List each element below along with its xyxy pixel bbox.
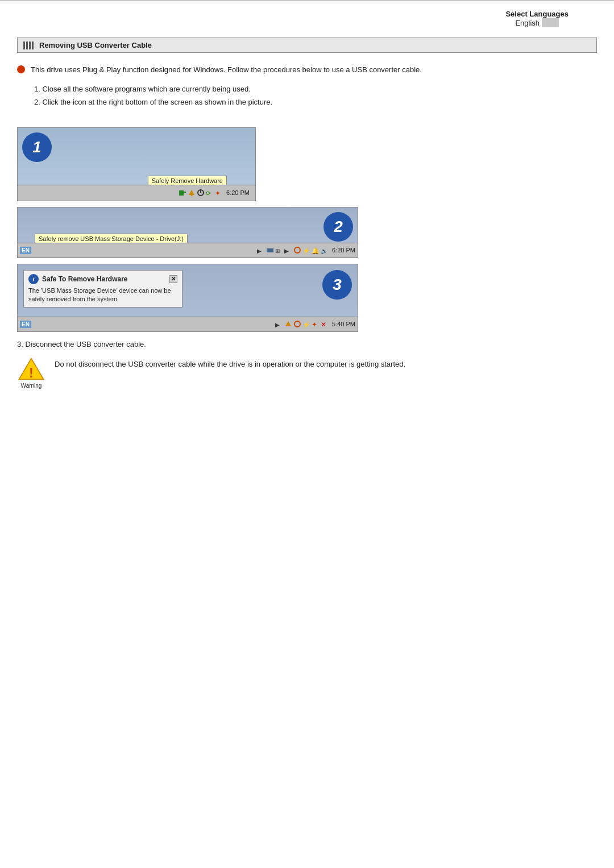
tray-area-1: ⟳ ✦ 6:20 PM xyxy=(179,189,252,197)
header: Select Languages English xyxy=(0,5,614,32)
svg-point-12 xyxy=(294,247,300,253)
tray-icon-tri2: ▶ xyxy=(284,246,292,254)
screenshot1-container: 1 Safely Remove Hardware ⟳ ✦ 6:20 PM xyxy=(17,127,597,201)
safe-remove-popup: i Safe To Remove Hardware ✕ The 'USB Mas… xyxy=(23,270,182,308)
svg-text:⊞: ⊞ xyxy=(275,248,280,254)
tray-icon-circ2 xyxy=(293,246,301,254)
svg-text:✦: ✦ xyxy=(215,189,221,197)
svg-rect-9 xyxy=(267,248,273,252)
taskbar3: EN ▶ ⚡ ✦ ✕ 5:40 PM xyxy=(18,317,358,331)
tray-icon-star3: ✦ xyxy=(312,320,320,328)
intro-text: This drive uses Plug & Play function des… xyxy=(31,64,422,76)
tray-icon-arrow2: ▶ xyxy=(257,246,265,254)
svg-rect-0 xyxy=(179,190,184,196)
tray-icon-usb xyxy=(179,189,186,197)
tray-icon-arrows: ⟳ xyxy=(206,189,214,197)
main-content: This drive uses Plug & Play function des… xyxy=(0,59,614,122)
tray-icon-arr3: ▶ xyxy=(275,320,283,328)
screenshot3: 3 i Safe To Remove Hardware ✕ The 'USB M… xyxy=(17,264,358,332)
tray-icon-circ3 xyxy=(293,320,301,328)
svg-text:⟳: ⟳ xyxy=(206,190,211,197)
svg-rect-1 xyxy=(184,192,186,193)
svg-text:▶: ▶ xyxy=(257,248,262,254)
step-2-text: 2. Click the icon at the right bottom of… xyxy=(34,97,597,108)
step-circle-2: 2 xyxy=(323,212,353,242)
svg-marker-2 xyxy=(189,190,194,195)
svg-text:✦: ✦ xyxy=(312,321,317,328)
section-header-bars xyxy=(23,41,34,49)
tray-time-3: 5:40 PM xyxy=(332,321,355,327)
warning-box: ! Warning Do not disconnect the USB conv… xyxy=(17,356,597,389)
safe-remove-body-text: The 'USB Mass Storage Device' device can… xyxy=(28,286,177,304)
svg-point-18 xyxy=(294,321,300,327)
safe-remove-info-icon: i xyxy=(28,274,39,284)
safe-remove-title-row: i Safe To Remove Hardware ✕ xyxy=(28,274,177,284)
header-bar-2 xyxy=(26,41,28,49)
tray-icon-star: ✦ xyxy=(215,189,223,197)
step-number-3: 3 xyxy=(333,276,342,294)
step-1-text: 1. Close all the software programs which… xyxy=(34,84,597,95)
svg-text:⚡: ⚡ xyxy=(302,321,310,328)
language-value: English xyxy=(515,19,540,27)
safe-remove-title-text: Safe To Remove Hardware xyxy=(42,275,128,283)
popup2-text: Safely remove USB Mass Storage Device - … xyxy=(39,235,184,242)
warning-triangle-icon: ! xyxy=(17,356,45,381)
svg-rect-3 xyxy=(191,195,193,196)
tray-area-3: ▶ ⚡ ✦ ✕ 5:40 PM xyxy=(275,320,358,328)
tray-icon-bell xyxy=(188,189,196,197)
language-dropdown[interactable] xyxy=(542,18,559,27)
en-flag-3: EN xyxy=(20,321,31,328)
top-border xyxy=(0,0,614,1)
steps-list: 1. Close all the software programs which… xyxy=(34,84,597,108)
taskbar2: EN ▶ ⊞ ▶ ⚡ 🔔 🔊 6:20 PM xyxy=(18,243,358,258)
svg-text:🔔: 🔔 xyxy=(312,247,320,254)
tray-icon-grid2: ⊞ xyxy=(275,246,283,254)
svg-text:!: ! xyxy=(29,366,34,380)
screenshot2: 2 Safely remove USB Mass Storage Device … xyxy=(17,207,358,258)
svg-text:▶: ▶ xyxy=(275,322,280,328)
intro-row: This drive uses Plug & Play function des… xyxy=(17,64,597,76)
bullet-circle xyxy=(17,65,25,73)
tray-icon-pow2: ⚡ xyxy=(302,246,310,254)
svg-marker-17 xyxy=(285,321,291,326)
warning-icon-container: ! Warning xyxy=(17,356,45,389)
screenshot3-container: 3 i Safe To Remove Hardware ✕ The 'USB M… xyxy=(17,264,597,332)
warning-text: Do not disconnect the USB converter cabl… xyxy=(55,356,405,370)
step3-text: 3. Disconnect the USB converter cable. xyxy=(17,340,597,348)
screenshot2-container: 2 Safely remove USB Mass Storage Device … xyxy=(17,207,597,258)
step-circle-1: 1 xyxy=(22,132,52,162)
svg-text:⚡: ⚡ xyxy=(302,247,310,254)
section-title: Removing USB Converter Cable xyxy=(39,41,152,49)
svg-text:▶: ▶ xyxy=(284,248,289,254)
step-number-1: 1 xyxy=(32,138,42,156)
screenshot1: 1 Safely Remove Hardware ⟳ ✦ 6:20 PM xyxy=(17,127,256,201)
popup1-text: Safely Remove Hardware xyxy=(152,177,223,184)
tray-time-2: 6:20 PM xyxy=(332,247,355,254)
tray-icon-bar2 xyxy=(266,246,274,254)
select-languages-label: Select Languages xyxy=(505,10,569,18)
step3-label: 3. Disconnect the USB converter cable. xyxy=(17,340,146,348)
tray-icon-pow3: ⚡ xyxy=(302,320,310,328)
tray-area-2: ▶ ⊞ ▶ ⚡ 🔔 🔊 6:20 PM xyxy=(257,246,358,254)
tray-icon-bell3 xyxy=(284,320,292,328)
step-number-2: 2 xyxy=(334,218,343,236)
safe-remove-close-button[interactable]: ✕ xyxy=(169,275,177,283)
taskbar1: ⟳ ✦ 6:20 PM xyxy=(18,185,255,201)
svg-text:✕: ✕ xyxy=(321,321,326,328)
svg-rect-5 xyxy=(200,190,201,193)
header-bar-1 xyxy=(23,41,25,49)
svg-text:🔊: 🔊 xyxy=(321,247,328,254)
en-flag: EN xyxy=(20,247,31,254)
header-bar-4 xyxy=(32,41,34,49)
header-bar-3 xyxy=(29,41,31,49)
tray-icon-vol2: 🔊 xyxy=(321,246,329,254)
warning-label: Warning xyxy=(21,383,42,389)
step-circle-3: 3 xyxy=(322,270,352,300)
tray-icon-x3: ✕ xyxy=(321,320,329,328)
tray-icon-note2: 🔔 xyxy=(312,246,320,254)
tray-icon-power xyxy=(197,189,205,197)
language-selector[interactable]: Select Languages English xyxy=(505,10,569,27)
tray-time-1: 6:20 PM xyxy=(226,189,250,196)
section-header: Removing USB Converter Cable xyxy=(17,38,597,53)
